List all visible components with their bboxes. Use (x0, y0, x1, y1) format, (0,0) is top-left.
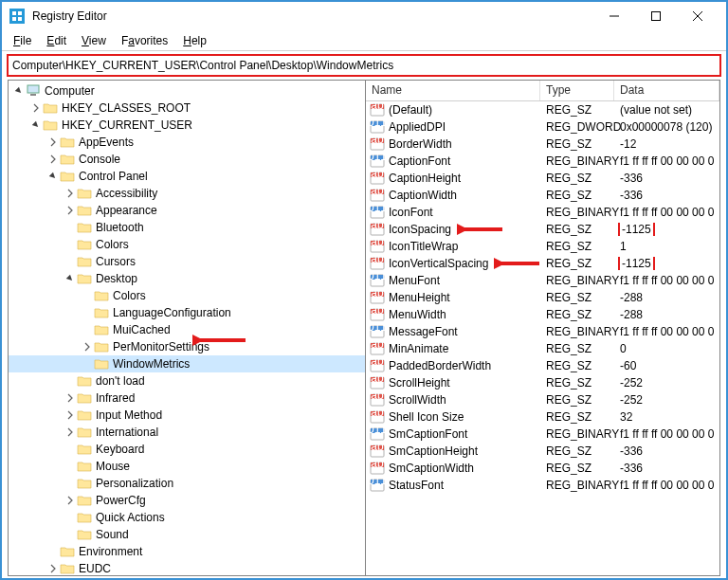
list-row[interactable]: ab(Default)REG_SZ(value not set) (366, 101, 719, 118)
col-header-name[interactable]: Name (366, 81, 540, 100)
tree-item-eudc[interactable]: EUDC (9, 560, 365, 576)
tree-pane[interactable]: ComputerHKEY_CLASSES_ROOTHKEY_CURRENT_US… (8, 80, 366, 576)
list-row[interactable]: abIconVerticalSpacingREG_SZ-1125 (366, 255, 719, 272)
tree-item-keyboard[interactable]: Keyboard (9, 441, 365, 458)
folder-icon (60, 561, 75, 576)
tree-item-root[interactable]: Computer (9, 82, 365, 100)
svg-rect-3 (18, 17, 22, 21)
list-row[interactable]: abCaptionWidthREG_SZ-336 (366, 187, 719, 204)
tree-item-quickactions[interactable]: Quick Actions (9, 509, 365, 526)
list-row[interactable]: 011MessageFontREG_BINARYf1 ff ff ff 00 0… (366, 323, 719, 340)
tree-label: Control Panel (79, 170, 148, 183)
menu-file[interactable]: File (6, 32, 39, 49)
maximize-button[interactable] (635, 2, 677, 30)
folder-icon (60, 544, 75, 559)
folder-icon (77, 493, 92, 508)
tree-item-sound[interactable]: Sound (9, 526, 365, 543)
list-row[interactable]: abSmCaptionHeightREG_SZ-336 (366, 443, 719, 460)
close-button[interactable] (677, 2, 719, 30)
list-row[interactable]: 011SmCaptionFontREG_BINARYf1 ff ff ff 00… (366, 426, 719, 443)
value-name: (Default) (389, 103, 432, 117)
address-bar[interactable]: Computer\HKEY_CURRENT_USER\Control Panel… (8, 55, 720, 76)
chevron-right-icon[interactable] (29, 103, 43, 113)
tree-item-mouse[interactable]: Mouse (9, 458, 365, 475)
tree-item-muicached[interactable]: MuiCached (9, 321, 365, 338)
tree-label: don't load (96, 374, 145, 388)
chevron-right-icon[interactable] (46, 137, 60, 147)
list-row[interactable]: abShell Icon SizeREG_SZ32 (366, 408, 719, 426)
tree-item-personalization[interactable]: Personalization (9, 475, 365, 492)
list-row[interactable]: abMenuWidthREG_SZ-288 (366, 306, 719, 323)
tree-item-permonitor[interactable]: PerMonitorSettings (9, 338, 365, 355)
col-header-type[interactable]: Type (540, 81, 614, 100)
list-row[interactable]: abMenuHeightREG_SZ-288 (366, 289, 719, 306)
list-row[interactable]: abPaddedBorderWidthREG_SZ-60 (366, 357, 719, 374)
svg-text:011: 011 (370, 205, 385, 214)
list-row[interactable]: abScrollHeightREG_SZ-252 (366, 374, 719, 391)
tree-item-windowmetrics[interactable]: WindowMetrics (9, 355, 365, 372)
binary-value-icon: 011 (370, 154, 385, 169)
tree-item-international[interactable]: International (9, 424, 365, 441)
chevron-right-icon[interactable] (64, 427, 77, 437)
tree-item-appevents[interactable]: AppEvents (9, 134, 365, 151)
list-row[interactable]: 011StatusFontREG_BINARYf1 ff ff ff 00 00… (366, 477, 719, 494)
minimize-button[interactable] (593, 2, 635, 30)
chevron-right-icon[interactable] (46, 154, 60, 164)
tree-item-controlpanel[interactable]: Control Panel (9, 168, 365, 185)
folder-icon (77, 254, 92, 269)
list-row[interactable]: 011AppliedDPIREG_DWORD0x00000078 (120) (366, 118, 719, 136)
svg-rect-2 (12, 17, 16, 21)
chevron-right-icon[interactable] (64, 393, 77, 403)
value-data: -1125 (614, 223, 719, 236)
chevron-down-icon[interactable] (46, 172, 60, 181)
string-value-icon: ab (370, 290, 385, 305)
string-value-icon: ab (370, 102, 385, 118)
tree-item-bluetooth[interactable]: Bluetooth (9, 219, 365, 236)
value-name: Shell Icon Size (389, 410, 464, 424)
list-row[interactable]: 011IconFontREG_BINARYf1 ff ff ff 00 00 0… (366, 204, 719, 221)
menu-view[interactable]: View (74, 32, 114, 49)
tree-item-colors[interactable]: Colors (9, 236, 365, 253)
window-title: Registry Editor (32, 9, 593, 23)
tree-item-desktop[interactable]: Desktop (9, 270, 365, 287)
list-row[interactable]: 011CaptionFontREG_BINARYf1 ff ff ff 00 0… (366, 153, 719, 170)
chevron-right-icon[interactable] (64, 496, 77, 505)
chevron-down-icon[interactable] (12, 86, 26, 96)
list-row[interactable]: abScrollWidthREG_SZ-252 (366, 391, 719, 408)
value-type: REG_SZ (540, 223, 614, 236)
tree-item-inputmethod[interactable]: Input Method (9, 407, 365, 424)
string-value-icon: ab (370, 461, 385, 476)
list-row[interactable]: 011MenuFontREG_BINARYf1 ff ff ff 00 00 0… (366, 272, 719, 289)
tree-item-langconf[interactable]: LanguageConfiguration (9, 304, 365, 321)
list-row[interactable]: abSmCaptionWidthREG_SZ-336 (366, 460, 719, 477)
chevron-right-icon[interactable] (64, 410, 77, 420)
chevron-right-icon[interactable] (46, 564, 60, 573)
tree-item-infrared[interactable]: Infrared (9, 390, 365, 407)
menu-edit[interactable]: Edit (39, 32, 74, 49)
tree-item-accessibility[interactable]: Accessibility (9, 185, 365, 202)
chevron-right-icon[interactable] (64, 206, 77, 215)
col-header-data[interactable]: Data (614, 81, 719, 100)
menu-favorites[interactable]: Favorites (114, 32, 175, 49)
tree-item-hkcr[interactable]: HKEY_CLASSES_ROOT (9, 100, 365, 117)
list-row[interactable]: abCaptionHeightREG_SZ-336 (366, 170, 719, 187)
chevron-down-icon[interactable] (29, 120, 43, 130)
chevron-down-icon[interactable] (64, 274, 77, 283)
tree-item-environment[interactable]: Environment (9, 543, 365, 560)
tree-item-powercfg[interactable]: PowerCfg (9, 492, 365, 509)
list-row[interactable]: abMinAnimateREG_SZ0 (366, 340, 719, 357)
tree-item-hkcu[interactable]: HKEY_CURRENT_USER (9, 117, 365, 134)
tree-item-dontload[interactable]: don't load (9, 372, 365, 390)
list-row[interactable]: abBorderWidthREG_SZ-12 (366, 136, 719, 153)
menu-help[interactable]: Help (175, 32, 214, 49)
list-row[interactable]: abIconSpacingREG_SZ-1125 (366, 221, 719, 238)
list-row[interactable]: abIconTitleWrapREG_SZ1 (366, 238, 719, 255)
value-type: REG_BINARY (540, 154, 614, 168)
tree-item-console[interactable]: Console (9, 151, 365, 168)
chevron-right-icon[interactable] (64, 189, 77, 198)
chevron-right-icon[interactable] (81, 342, 94, 352)
value-type: REG_BINARY (540, 325, 614, 338)
tree-item-cursors[interactable]: Cursors (9, 253, 365, 270)
tree-item-appearance[interactable]: Appearance (9, 202, 365, 219)
tree-item-colors2[interactable]: Colors (9, 287, 365, 304)
